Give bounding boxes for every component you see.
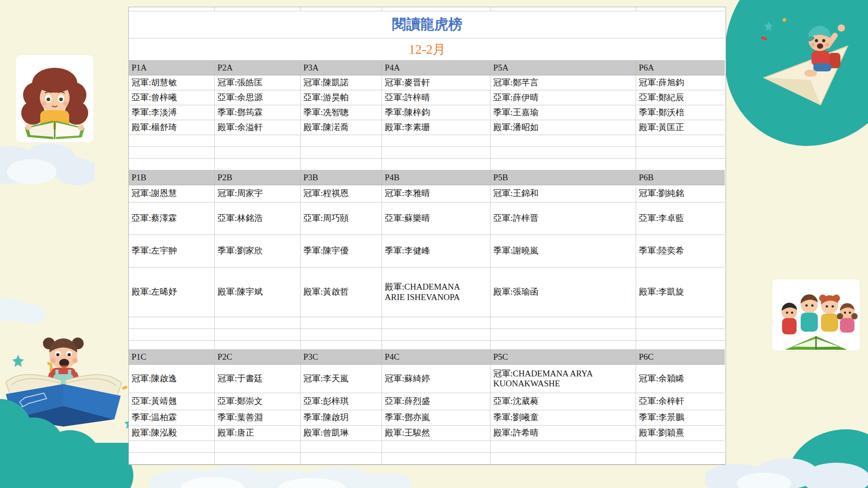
result-cell-p5c-champion: 冠軍:CHADEMANA ARYA KUONAKWASHE xyxy=(491,365,636,393)
pale-cloud-left-lower xyxy=(0,289,45,325)
section-b-runnerup-row: 亞軍:蔡澤霖 亞軍:林銘浩 亞軍:周巧頤 亞軍:蘇樂晴 亞軍:許梓晋 亞軍:李卓… xyxy=(129,202,726,235)
empty-row xyxy=(129,441,726,453)
empty-cell xyxy=(491,147,636,159)
result-cell-p1c-third: 季軍:温柏霖 xyxy=(129,410,215,426)
kid-2 xyxy=(801,294,818,332)
empty-row xyxy=(129,317,726,329)
empty-cell xyxy=(129,7,215,11)
result-cell-p5c-fourth: 殿軍:許希晴 xyxy=(491,426,636,441)
empty-cell xyxy=(215,441,301,453)
kid-1 xyxy=(782,303,797,334)
result-cell-p5a-champion: 冠軍:鄭芊言 xyxy=(491,75,636,90)
section-c-third-row: 季軍:温柏霖 季軍:葉善淵 季軍:陳啟玥 季軍:鄧亦嵐 季軍:劉曦童 季軍:李景… xyxy=(129,410,726,426)
result-cell-p2c-runnerup: 亞軍:鄭崇文 xyxy=(215,393,301,410)
empty-cell xyxy=(382,135,491,147)
section-c-fourth-row: 殿軍:陳泓毅 殿軍:唐正 殿軍:曾凱琳 殿軍:王駿然 殿軍:許希晴 殿軍:劉穎熹 xyxy=(129,426,726,441)
class-header-p6c: P6C xyxy=(636,350,725,365)
empty-cell xyxy=(382,147,491,159)
section-b-third-row: 季軍:左宇翀 季軍:劉家欣 季軍:陳宇優 季軍:李健峰 季軍:謝曉嵐 季軍:陸奕… xyxy=(129,235,726,267)
empty-cell xyxy=(129,441,215,453)
empty-cell xyxy=(491,341,636,350)
result-cell-p1a-champion: 冠軍:胡慧敏 xyxy=(129,75,215,90)
result-cell-p2b-runnerup: 亞軍:林銘浩 xyxy=(215,202,301,235)
section-a-third-row: 季軍:李淡溥 季軍:鄧筠霖 季軍:冼智聰 季軍:陳梓鈞 季軍:王嘉瑜 季軍:鄭沃… xyxy=(129,105,726,120)
result-cell-p4c-third: 季軍:鄧亦嵐 xyxy=(382,410,491,426)
result-cell-p3b-third: 季軍:陳宇優 xyxy=(301,235,382,267)
section-c-runnerup-row: 亞軍:黃靖翹 亞軍:鄭崇文 亞軍:彭梓琪 亞軍:薛烈盛 亞軍:沈葳蕤 亞軍:余梓… xyxy=(129,393,726,410)
empty-cell xyxy=(636,341,725,350)
empty-cell xyxy=(301,159,382,170)
result-cell-p5b-champion: 冠軍:王錦和 xyxy=(491,185,636,202)
empty-cell xyxy=(382,329,491,341)
result-cell-p4b-champion: 冠軍:李雅晴 xyxy=(382,185,491,202)
empty-cell xyxy=(491,135,636,147)
page: 閱讀龍虎榜 12-2月 P1A P2A P3A P4A P5A P6A 冠軍:胡… xyxy=(0,0,868,488)
empty-cell xyxy=(491,7,636,11)
empty-row xyxy=(129,159,726,170)
result-cell-p4b-fourth: 殿軍:CHADEMANA ARIE ISHEVANOPA xyxy=(382,267,491,317)
empty-row xyxy=(129,147,726,159)
kid-4 xyxy=(837,303,858,333)
empty-cell xyxy=(382,159,491,170)
result-cell-p4b-third: 季軍:李健峰 xyxy=(382,235,491,267)
class-header-p1a: P1A xyxy=(129,61,215,75)
empty-cell xyxy=(382,453,491,465)
result-cell-p6b-third: 季軍:陸奕希 xyxy=(636,235,725,267)
result-cell-p1b-fourth: 殿軍:左晞妤 xyxy=(129,267,215,317)
class-header-p4b: P4B xyxy=(382,170,491,185)
empty-cell xyxy=(382,341,491,350)
page-title: 閱讀龍虎榜 xyxy=(129,11,725,38)
empty-cell xyxy=(215,329,301,341)
section-c-champion-row: 冠軍:陳啟逸 冠軍:于書廷 冠軍:李天嵐 冠軍:蘇綺婷 冠軍:CHADEMANA… xyxy=(129,365,726,393)
empty-cell xyxy=(301,135,382,147)
kids-reading-illustration xyxy=(772,279,860,351)
result-cell-p6a-runnerup: 亞軍:鄭紀辰 xyxy=(636,90,725,105)
empty-cell xyxy=(382,317,491,329)
class-header-p3b: P3B xyxy=(301,170,382,185)
result-cell-p4a-champion: 冠軍:麥晋軒 xyxy=(382,75,491,90)
kid-3 xyxy=(819,295,840,332)
class-header-p4a: P4A xyxy=(382,61,491,75)
result-cell-p6a-fourth: 殿軍:黃匡正 xyxy=(636,120,725,135)
empty-cell xyxy=(382,441,491,453)
confetti xyxy=(760,18,786,41)
class-header-p2c: P2C xyxy=(215,350,301,365)
empty-cell xyxy=(215,341,301,350)
result-cell-p6b-fourth: 殿軍:李凱旋 xyxy=(636,267,725,317)
result-cell-p4a-third: 季軍:陳梓鈞 xyxy=(382,105,491,120)
section-a-header-row: P1A P2A P3A P4A P5A P6A xyxy=(129,61,726,75)
section-b-fourth-row: 殿軍:左晞妤 殿軍:陳宇斌 殿軍:黃啟哲 殿軍:CHADEMANA ARIE I… xyxy=(129,267,726,317)
class-header-p3c: P3C xyxy=(301,350,382,365)
result-cell-p3a-runnerup: 亞軍:游昊帕 xyxy=(301,90,382,105)
empty-cell xyxy=(636,317,725,329)
girl-on-book-illustration xyxy=(0,330,136,488)
result-cell-p5c-third: 季軍:劉曦童 xyxy=(491,410,636,426)
result-cell-p1b-runnerup: 亞軍:蔡澤霖 xyxy=(129,202,215,235)
empty-cell xyxy=(129,147,215,159)
empty-cell xyxy=(215,7,301,11)
class-header-p2a: P2A xyxy=(215,61,301,75)
class-header-p2b: P2B xyxy=(215,170,301,185)
empty-cell xyxy=(636,147,725,159)
empty-cell xyxy=(215,135,301,147)
empty-cell xyxy=(382,7,491,11)
result-cell-p3c-fourth: 殿軍:曾凱琳 xyxy=(301,426,382,441)
empty-cell xyxy=(491,441,636,453)
result-cell-p2a-runnerup: 亞軍:余思源 xyxy=(215,90,301,105)
result-cell-p4c-runnerup: 亞軍:薛烈盛 xyxy=(382,393,491,410)
empty-row xyxy=(129,341,726,350)
result-cell-p2b-fourth: 殿軍:陳宇斌 xyxy=(215,267,301,317)
empty-cell xyxy=(301,453,382,465)
result-cell-p1c-fourth: 殿軍:陳泓毅 xyxy=(129,426,215,441)
result-cell-p2a-champion: 冠軍:張皓匡 xyxy=(215,75,301,90)
result-cell-p6c-fourth: 殿軍:劉穎熹 xyxy=(636,426,725,441)
empty-cell xyxy=(215,317,301,329)
empty-cell xyxy=(636,135,725,147)
result-cell-p3c-third: 季軍:陳啟玥 xyxy=(301,410,382,426)
empty-row xyxy=(129,135,726,147)
result-cell-p2c-third: 季軍:葉善淵 xyxy=(215,410,301,426)
result-cell-p1b-champion: 冠軍:謝恩慧 xyxy=(129,185,215,202)
empty-cell xyxy=(636,329,725,341)
result-cell-p2c-champion: 冠軍:于書廷 xyxy=(215,365,301,393)
empty-row xyxy=(129,329,726,341)
